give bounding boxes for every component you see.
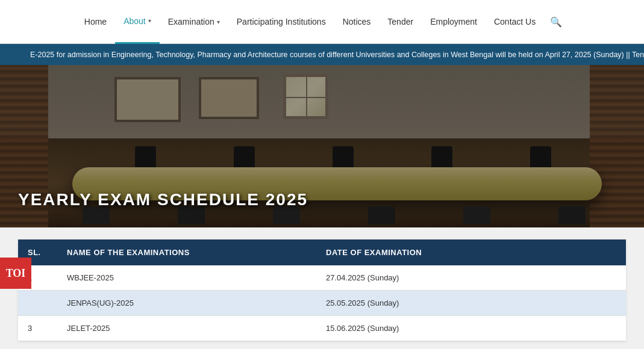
nav-examination[interactable]: Examination ▾ — [160, 0, 228, 44]
nav-tender[interactable]: Tender — [379, 0, 422, 44]
nav-about[interactable]: About ▾ — [115, 0, 160, 44]
nav-participating[interactable]: Participating Institutions — [228, 0, 334, 44]
ticker-bar: E-2025 for admission in Engineering, Tec… — [0, 44, 644, 65]
table-header-row: SL. NAME OF THE EXAMINATIONS DATE OF EXA… — [18, 239, 626, 265]
ticker-text: E-2025 for admission in Engineering, Tec… — [0, 51, 644, 59]
toi-badge: TOI — [0, 258, 31, 289]
nav-home[interactable]: Home — [76, 0, 115, 44]
about-chevron-icon: ▾ — [148, 17, 151, 24]
search-icon[interactable]: 🔍 — [544, 16, 568, 28]
row-exam-date: 25.05.2025 (Sunday) — [316, 291, 626, 316]
examination-chevron-icon: ▾ — [217, 19, 220, 25]
table-row: 1 WBJEE-2025 27.04.2025 (Sunday) — [18, 265, 626, 291]
row-exam-name: JELET-2025 — [57, 316, 316, 341]
row-exam-name: WBJEE-2025 — [57, 265, 316, 291]
table-row: 3 JELET-2025 15.06.2025 (Sunday) — [18, 316, 626, 341]
row-sl — [18, 291, 57, 316]
table-section: TOI SL. NAME OF THE EXAMINATIONS DATE OF… — [0, 227, 644, 349]
nav-employment[interactable]: Employment — [422, 0, 486, 44]
row-sl: 3 — [18, 316, 57, 341]
nav-notices[interactable]: Notices — [334, 0, 380, 44]
col-name-header: NAME OF THE EXAMINATIONS — [57, 239, 316, 265]
exam-table: SL. NAME OF THE EXAMINATIONS DATE OF EXA… — [18, 239, 626, 341]
navbar: Home About ▾ Examination ▾ Participating… — [0, 0, 644, 44]
table-row: JENPAS(UG)-2025 25.05.2025 (Sunday) — [18, 291, 626, 316]
row-exam-name: JENPAS(UG)-2025 — [57, 291, 316, 316]
hero-title: YEARLY EXAM SCHEDULE 2025 — [18, 190, 308, 209]
row-exam-date: 27.04.2025 (Sunday) — [316, 265, 626, 291]
nav-contact[interactable]: Contact Us — [486, 0, 544, 44]
hero-section: YEARLY EXAM SCHEDULE 2025 — [0, 65, 644, 227]
row-exam-date: 15.06.2025 (Sunday) — [316, 316, 626, 341]
col-date-header: DATE OF EXAMINATION — [316, 239, 626, 265]
